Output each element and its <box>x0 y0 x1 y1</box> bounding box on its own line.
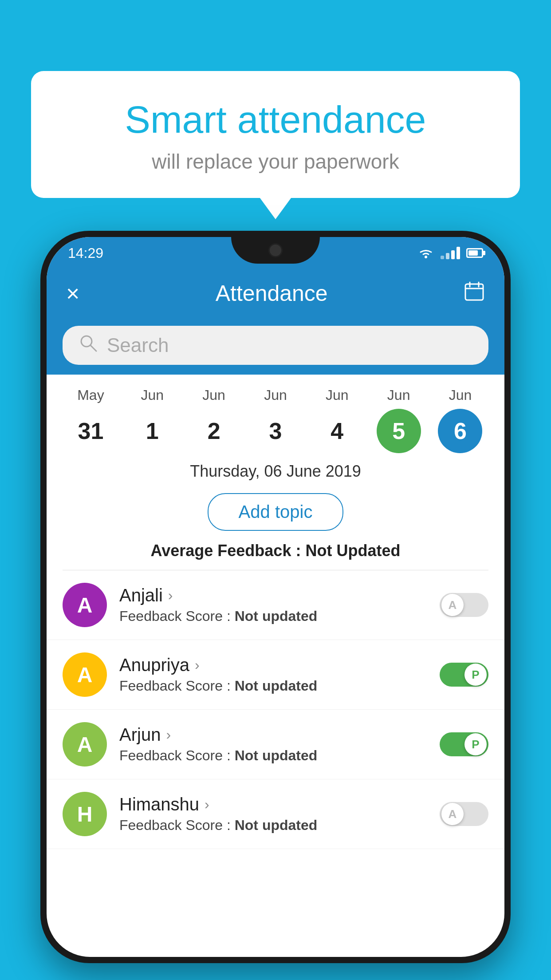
student-name: Anjali› <box>119 585 427 605</box>
cal-month-label: Jun <box>141 387 164 403</box>
battery-icon <box>466 248 483 258</box>
attendance-toggle[interactable]: A <box>440 593 488 617</box>
student-avatar: A <box>63 652 107 697</box>
chevron-icon: › <box>166 727 171 743</box>
toolbar-title: Attendance <box>216 281 328 306</box>
calendar-icon[interactable] <box>464 281 485 306</box>
close-button[interactable]: × <box>66 282 79 305</box>
speech-title: Smart attendance <box>67 98 484 142</box>
student-name: Anupriya› <box>119 655 427 675</box>
status-time: 14:29 <box>68 245 103 261</box>
cal-date-number[interactable]: 6 <box>438 409 482 453</box>
student-avatar: A <box>63 722 107 767</box>
student-feedback: Feedback Score : Not updated <box>119 608 427 624</box>
cal-month-label: Jun <box>449 387 472 403</box>
student-feedback: Feedback Score : Not updated <box>119 747 427 764</box>
cal-month-label: Jun <box>264 387 287 403</box>
cal-date-number[interactable]: 1 <box>130 409 174 453</box>
cal-month-label: Jun <box>326 387 349 403</box>
attendance-toggle[interactable]: A <box>440 802 488 826</box>
student-feedback: Feedback Score : Not updated <box>119 817 427 834</box>
calendar-day[interactable]: Jun5 <box>370 387 428 453</box>
selected-date-label: Thursday, 06 June 2019 <box>47 458 504 489</box>
calendar-day[interactable]: May31 <box>62 387 119 453</box>
calendar-day[interactable]: Jun1 <box>123 387 181 453</box>
status-bar: 14:29 <box>47 237 504 269</box>
add-topic-container: Add topic <box>47 489 504 540</box>
student-name: Arjun› <box>119 725 427 745</box>
search-bar[interactable]: Search <box>63 326 488 365</box>
search-input[interactable]: Search <box>107 334 169 356</box>
student-name-text: Arjun <box>119 725 161 745</box>
toggle-knob: A <box>441 594 464 616</box>
attendance-toggle[interactable]: P <box>440 663 488 687</box>
student-name: Himanshu› <box>119 794 427 814</box>
svg-rect-1 <box>465 284 483 300</box>
avg-feedback-value: Not Updated <box>305 541 400 560</box>
student-name-text: Himanshu <box>119 794 199 814</box>
cal-date-number[interactable]: 5 <box>377 409 421 453</box>
student-avatar: H <box>63 792 107 836</box>
calendar-day[interactable]: Jun6 <box>431 387 489 453</box>
student-list: AAnjali›Feedback Score : Not updatedAAAn… <box>47 570 504 849</box>
student-item[interactable]: AArjun›Feedback Score : Not updatedP <box>47 710 504 779</box>
signal-icon <box>441 247 460 259</box>
toggle-knob: P <box>464 664 487 686</box>
cal-date-number[interactable]: 2 <box>192 409 236 453</box>
student-item[interactable]: HHimanshu›Feedback Score : Not updatedA <box>47 779 504 849</box>
student-name-text: Anjali <box>119 585 163 605</box>
phone-frame: 14:29 <box>40 231 511 963</box>
cal-month-label: May <box>77 387 104 403</box>
student-info: Anupriya›Feedback Score : Not updated <box>119 655 427 694</box>
student-name-text: Anupriya <box>119 655 189 675</box>
toggle-knob: A <box>441 803 464 825</box>
calendar-strip: May31Jun1Jun2Jun3Jun4Jun5Jun6 <box>47 375 504 458</box>
cal-month-label: Jun <box>387 387 410 403</box>
cal-date-number[interactable]: 4 <box>315 409 359 453</box>
avg-feedback: Average Feedback : Not Updated <box>47 540 504 570</box>
chevron-icon: › <box>168 587 173 604</box>
phone-inner: 14:29 <box>47 237 504 957</box>
notch <box>231 237 320 264</box>
status-icons <box>417 247 483 259</box>
student-info: Himanshu›Feedback Score : Not updated <box>119 794 427 834</box>
svg-line-6 <box>91 345 96 351</box>
cal-date-number[interactable]: 3 <box>253 409 298 453</box>
speech-bubble-container: Smart attendance will replace your paper… <box>31 71 520 198</box>
student-avatar: A <box>63 583 107 627</box>
student-info: Anjali›Feedback Score : Not updated <box>119 585 427 624</box>
student-feedback: Feedback Score : Not updated <box>119 678 427 694</box>
add-topic-button[interactable]: Add topic <box>208 493 344 531</box>
chevron-icon: › <box>195 657 200 673</box>
app-toolbar: × Attendance <box>47 269 504 318</box>
toggle-knob: P <box>464 733 487 755</box>
attendance-toggle[interactable]: P <box>440 732 488 756</box>
avg-feedback-label: Average Feedback : <box>151 541 301 560</box>
cal-month-label: Jun <box>202 387 225 403</box>
calendar-day[interactable]: Jun4 <box>308 387 366 453</box>
student-item[interactable]: AAnupriya›Feedback Score : Not updatedP <box>47 640 504 710</box>
speech-bubble: Smart attendance will replace your paper… <box>31 71 520 198</box>
calendar-day[interactable]: Jun3 <box>247 387 304 453</box>
camera <box>268 243 283 257</box>
student-info: Arjun›Feedback Score : Not updated <box>119 725 427 764</box>
student-item[interactable]: AAnjali›Feedback Score : Not updatedA <box>47 570 504 640</box>
wifi-icon <box>417 247 434 259</box>
calendar-day[interactable]: Jun2 <box>185 387 243 453</box>
search-icon <box>79 333 98 357</box>
speech-subtitle: will replace your paperwork <box>67 150 484 174</box>
cal-date-number[interactable]: 31 <box>68 409 113 453</box>
search-bar-container: Search <box>47 318 504 375</box>
chevron-icon: › <box>205 796 209 813</box>
svg-point-0 <box>425 256 427 258</box>
